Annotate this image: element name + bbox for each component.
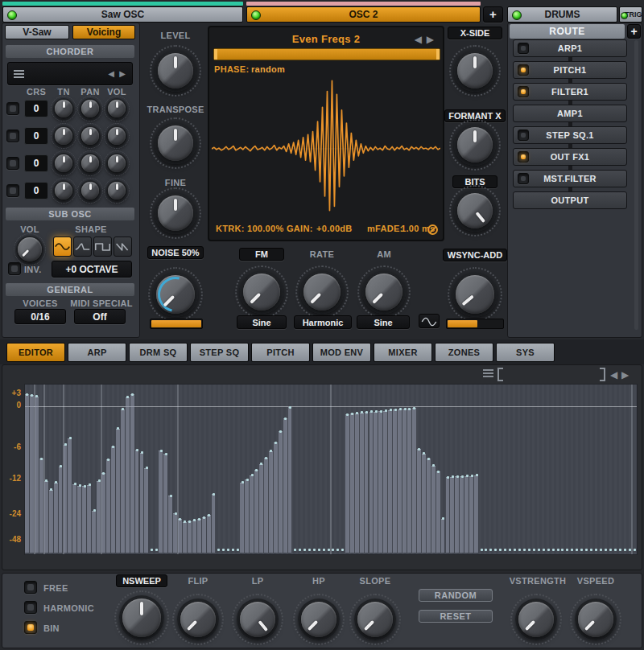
tab-zones[interactable]: ZONES	[435, 343, 493, 362]
harmonic-bar[interactable]	[140, 453, 144, 553]
tab-drums[interactable]: DRUMS	[507, 6, 617, 23]
harmonic-bar[interactable]	[446, 477, 450, 553]
tab-step-sq[interactable]: STEP SQ	[190, 343, 249, 362]
chorder-knob[interactable]	[106, 180, 127, 201]
harmonic-bar[interactable]	[92, 511, 96, 553]
chorder-knob[interactable]	[80, 153, 101, 174]
chorder-knob[interactable]	[80, 98, 101, 119]
chorder-knob[interactable]	[53, 180, 74, 201]
phase-slider[interactable]	[213, 48, 440, 60]
harmonic-bar[interactable]	[159, 450, 163, 553]
wave-title[interactable]: Even Freqs 2	[209, 33, 443, 45]
level-knob[interactable]	[155, 50, 196, 92]
transpose-knob[interactable]	[155, 122, 196, 164]
next-icon[interactable]: ▶	[119, 69, 126, 78]
harmonic-bar[interactable]	[111, 446, 115, 553]
harmonic-bar[interactable]	[173, 513, 177, 553]
harmonic-bar[interactable]	[59, 467, 63, 553]
route-item-pitch1[interactable]: PITCH1	[513, 61, 627, 79]
harmonic-bar[interactable]	[378, 411, 382, 553]
fm-knob[interactable]	[240, 270, 283, 314]
harmonic-bar[interactable]	[254, 470, 258, 553]
selection-bracket-left[interactable]	[497, 368, 503, 381]
chorder-row-enable[interactable]	[6, 102, 19, 115]
harmonic-bar[interactable]	[245, 479, 249, 553]
harmonic-bar[interactable]	[402, 409, 407, 553]
harmonic-bar[interactable]	[202, 517, 206, 553]
fm-button[interactable]: FM	[239, 248, 284, 261]
route-enable-checkbox[interactable]	[518, 64, 529, 76]
route-add-button[interactable]: +	[627, 24, 641, 39]
add-osc-button[interactable]: +	[483, 6, 503, 23]
harmonic-bar[interactable]	[126, 397, 130, 553]
harmonic-bar[interactable]	[398, 409, 402, 553]
route-enable-checkbox[interactable]	[518, 173, 529, 184]
vspeed-knob[interactable]	[575, 599, 617, 640]
harmonic-bar[interactable]	[49, 490, 53, 553]
wsync-knob[interactable]	[452, 272, 497, 317]
xside-label[interactable]: X-SIDE	[448, 27, 502, 39]
shape-button-sine2[interactable]	[73, 237, 92, 257]
harmonic-bar[interactable]	[469, 476, 473, 553]
harmonic-bar[interactable]	[54, 483, 58, 553]
chorder-crs-value[interactable]: 0	[24, 100, 48, 117]
harmonic-bar[interactable]	[450, 477, 454, 553]
tab-pitch[interactable]: PITCH	[251, 343, 310, 362]
route-enable-checkbox[interactable]	[518, 43, 529, 54]
tab-v-saw[interactable]: V-Saw	[5, 25, 69, 39]
harmonic-bar[interactable]	[474, 475, 478, 553]
voices-value[interactable]: 0/16	[14, 309, 66, 324]
tab-drm-sq[interactable]: DRM SQ	[129, 343, 188, 362]
harmonic-bar[interactable]	[197, 519, 201, 553]
tab-arp[interactable]: ARP	[68, 343, 126, 362]
fine-knob[interactable]	[155, 192, 196, 234]
shape-button-sine[interactable]	[53, 237, 72, 257]
harmonic-bar[interactable]	[106, 459, 110, 553]
tab-voicing[interactable]: Voicing	[72, 25, 135, 39]
chorder-crs-value[interactable]: 0	[24, 154, 48, 172]
harmonic-bar[interactable]	[168, 496, 172, 553]
harmonic-bar[interactable]	[350, 413, 354, 553]
harmonic-bar[interactable]	[422, 454, 426, 553]
free-checkbox[interactable]	[24, 581, 37, 594]
am-wave-select[interactable]: Sine	[357, 315, 410, 329]
chorder-row-enable[interactable]	[6, 157, 19, 170]
route-item-step-sq-1[interactable]: STEP SQ.1	[513, 126, 627, 144]
chorder-row-enable[interactable]	[6, 130, 19, 142]
wsync-label[interactable]: WSYNC-ADD	[443, 249, 507, 261]
fm-wave-select[interactable]: Sine	[237, 315, 287, 329]
shape-button-saw[interactable]	[114, 237, 132, 257]
inv-checkbox[interactable]	[8, 262, 21, 275]
sine-wave-button[interactable]	[419, 314, 440, 328]
graph-next-icon[interactable]: ▶	[621, 369, 629, 381]
harmonic-bar[interactable]	[264, 458, 268, 553]
route-scrollbar[interactable]	[634, 40, 638, 330]
chorder-knob[interactable]	[106, 153, 127, 174]
harmonic-bar[interactable]	[77, 486, 81, 553]
harmonic-bar[interactable]	[427, 459, 431, 553]
wave-prev-icon[interactable]: ◀	[415, 34, 422, 45]
noise-button[interactable]: NOISE 50%	[147, 246, 204, 259]
sub-vol-knob[interactable]	[16, 236, 43, 263]
tab-saw-osc[interactable]: Saw OSC	[2, 6, 243, 23]
harmonic-bar[interactable]	[30, 395, 34, 553]
nsweep-button[interactable]: NSWEEP	[116, 574, 167, 587]
harmonic-bar[interactable]	[82, 486, 86, 553]
tab-osc-2[interactable]: OSC 2	[246, 6, 481, 23]
harmonic-bar[interactable]	[383, 411, 387, 553]
am-knob[interactable]	[362, 270, 406, 314]
rate-knob[interactable]	[300, 270, 344, 314]
chorder-knob[interactable]	[53, 98, 74, 119]
harmonic-bar[interactable]	[288, 407, 292, 553]
chorder-knob[interactable]	[53, 153, 74, 174]
nsweep-knob[interactable]	[119, 595, 164, 640]
harmonic-bar[interactable]	[407, 409, 411, 553]
tab-sys[interactable]: SYS	[496, 343, 555, 362]
harmonic-bar[interactable]	[269, 451, 273, 553]
harmonic-bar[interactable]	[64, 445, 68, 553]
phase-value[interactable]: random	[251, 64, 285, 74]
harmonic-bar[interactable]	[259, 464, 263, 553]
chorder-knob[interactable]	[53, 125, 74, 146]
harmonic-bar[interactable]	[436, 471, 440, 553]
harmonic-bar[interactable]	[87, 485, 91, 553]
